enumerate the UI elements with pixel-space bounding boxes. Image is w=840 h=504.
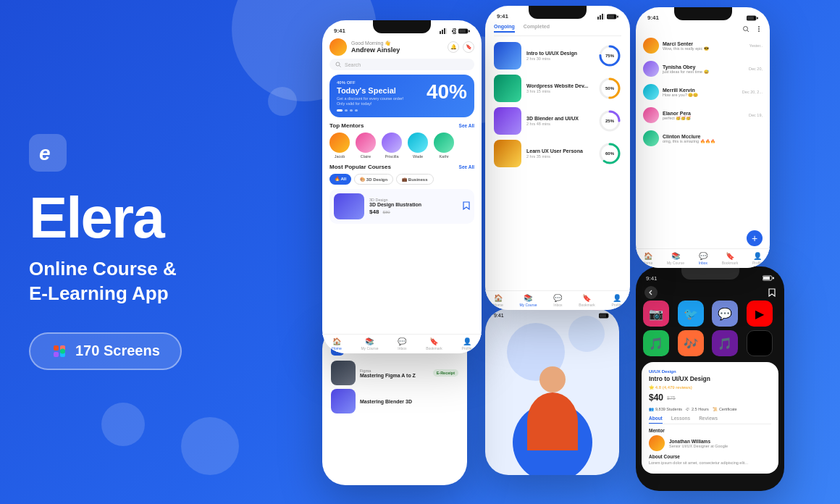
receipt-badge-figma[interactable]: E-Receipt [433,369,458,377]
chat-time-merrill: Dec 20, 2... [742,90,763,94]
mentor-name-wade: Wade [413,154,423,159]
about-course-text: Lorem ipsum dolor sit amet, consectetur … [649,461,771,466]
courses-see-all[interactable]: See All [459,164,474,169]
chat-info-elanor: Elanor Pera perfect 🥳🥳🥳 [663,111,691,120]
greeting-left: Good Morning 👋 Andrew Ainsley [329,38,400,56]
bell-icon[interactable]: 🔔 [448,41,459,53]
chat-time-tynisha: Dec 20, [749,67,763,71]
chat-name-marci: Marci Senter [663,41,709,46]
mentor-name-priscilla: Priscilla [385,154,399,159]
chat-item-clinton[interactable]: Clinton Mcclure omg, this is amazing 🔥🔥🔥 [643,128,763,148]
chat-item-merrill[interactable]: Merrill Kervin How are you? 😊😊 Dec 20, 2… [643,82,763,102]
person-head [539,366,566,392]
progress-course-wp: Wordpress Website Dev... 3 hrs 15 mins 5… [494,75,621,102]
chat-avatar-marci [643,38,659,54]
nav-profile-3[interactable]: 👤Profile [752,252,763,265]
course-thumb-3d [334,193,364,219]
nav-home[interactable]: 🏠Home [332,337,341,350]
trans-item-figma: Figma Mastering Figma A to Z E-Receipt [331,361,458,385]
brand-title: Elera [29,189,268,247]
nav-home-2[interactable]: 🏠Home [493,294,503,307]
tab-all[interactable]: 🔥 All [329,174,351,185]
progress-course-3d: 3D Blender and UI/UX 2 hrs 48 mins 25% [494,107,621,135]
dark-tab-lessons[interactable]: Lessons [671,416,690,424]
chat-options-icon[interactable] [755,25,763,33]
chat-item-marci[interactable]: Marci Senter Wow, this is really epic 😎 … [643,35,763,56]
nav-bookmark[interactable]: 🔖Bookmark [426,337,442,350]
svg-rect-33 [757,17,758,19]
nav-profile[interactable]: 👤Profile [461,337,471,350]
mentor-avatar-jacob [329,133,350,153]
bookmark-course[interactable] [463,200,470,213]
chat-item-tynisha[interactable]: Tynisha Obey just ideas for next time 😅 … [643,59,763,79]
svg-point-5 [60,348,65,353]
course-name: 3D Design Illustration [369,202,421,207]
chat-name-clinton: Clinton Mcclure [663,134,715,139]
tab-ongoing[interactable]: Ongoing [494,24,515,33]
dark-course-old-price: $75 [667,395,676,400]
nav-mycourse[interactable]: 📚My Course [361,337,378,350]
brand-subtitle: Online Course & E-Learning App [29,257,268,306]
mentor-avatar [649,435,665,451]
phone-chat: 9:41 Marci Senter Wow, this is really ep… [636,7,770,268]
course-info: 3D Design 3D Design Illustration $48 $80 [369,198,421,215]
svg-rect-13 [469,30,470,32]
nav-bookmark-2[interactable]: 🔖Bookmark [579,294,595,307]
mentors-see-all[interactable]: See All [459,123,474,128]
dark-back-button[interactable] [644,286,658,299]
thumb-3d-blender [494,107,521,135]
nav-mycourse-3[interactable]: 📚My Course [667,252,684,265]
dark-status-icons [763,275,774,282]
mentor-name-claire: Claire [361,154,371,159]
search-placeholder: Search [345,62,361,67]
nav-inbox[interactable]: 💬Inbox [398,337,406,350]
chat-left-tynisha: Tynisha Obey just ideas for next time 😅 [643,61,709,77]
chat-left-marci: Marci Senter Wow, this is really epic 😎 [643,38,709,54]
chat-msg-clinton: omg, this is amazing 🔥🔥🔥 [663,139,715,143]
app-icon-discord: 💬 [712,301,738,327]
course-card-main: 3D Design 3D Design Illustration $48 $80 [329,189,474,224]
dark-course-title: Intro to UI/UX Design [649,375,771,382]
add-chat-button[interactable]: + [747,230,763,246]
chat-item-elanor[interactable]: Elanor Pera perfect 🥳🥳🥳 Dec 19, [643,105,763,125]
mentor-avatar-kathy [434,133,454,153]
courses-section-header: Most Popular Courses See All [329,164,474,170]
svg-rect-16 [597,17,599,20]
dark-tab-about[interactable]: About [649,416,663,424]
tab-completed[interactable]: Completed [524,24,550,33]
tab-business[interactable]: 💼 Business [396,174,433,185]
chat-info-tynisha: Tynisha Obey just ideas for next time 😅 [663,64,709,74]
chat-search-icon[interactable] [742,25,749,33]
app-icon-music2: 🎶 [678,330,704,356]
dark-course-card: UI/UX Design Intro to UI/UX Design ⭐ 4.8… [642,362,778,474]
phone-notch-courses [529,6,587,19]
nav-inbox-2[interactable]: 💬Inbox [553,294,562,307]
status-icons-courses [597,14,618,20]
chat-list: Marci Senter Wow, this is really epic 😎 … [636,35,770,151]
greeting-icons[interactable]: 🔔 🔖 [448,41,474,53]
chat-avatar-clinton [643,130,659,146]
tab-3d[interactable]: 🎨 3D Design [354,174,393,185]
dark-course-meta: 👥 9,839 Students ⏱ 2.5 Hours 📜 Certifica… [649,407,771,411]
nav-profile-2[interactable]: 👤Profile [611,294,621,307]
mentor-item-kathy: Kathr [434,133,454,159]
nav-home-3[interactable]: 🏠Home [643,252,652,265]
search-bar[interactable]: Search [329,59,474,70]
left-section: e Elera Online Course & E-Learning App 1… [29,0,268,504]
bookmark-icon[interactable]: 🔖 [463,41,474,53]
promo-percent: 40% [427,80,467,104]
app-icons-grid: 📷 🐦 💬 ▶ 🎵 🎶 🎵 ♪ [643,301,777,356]
chat-time-marci: Yester.. [749,43,763,48]
logo-icon: e [29,134,67,172]
nav-inbox-3[interactable]: 💬Inbox [699,252,707,265]
chat-phone-nav: 🏠Home 📚My Course 💬Inbox 🔖Bookmark 👤Profi… [636,248,770,268]
trans-name-blend: Mastering Blender 3D [360,399,458,404]
nav-bookmark-3[interactable]: 🔖Bookmark [722,252,739,265]
chat-left-elanor: Elanor Pera perfect 🥳🥳🥳 [643,107,691,123]
dark-bookmark-icon[interactable] [768,288,776,297]
nav-mycourse-2[interactable]: 📚My Course [519,294,537,307]
svg-rect-22 [617,15,618,17]
svg-text:e: e [39,142,51,164]
app-icon-tiktok: ♪ [747,330,773,356]
dark-tab-reviews[interactable]: Reviews [699,416,718,424]
